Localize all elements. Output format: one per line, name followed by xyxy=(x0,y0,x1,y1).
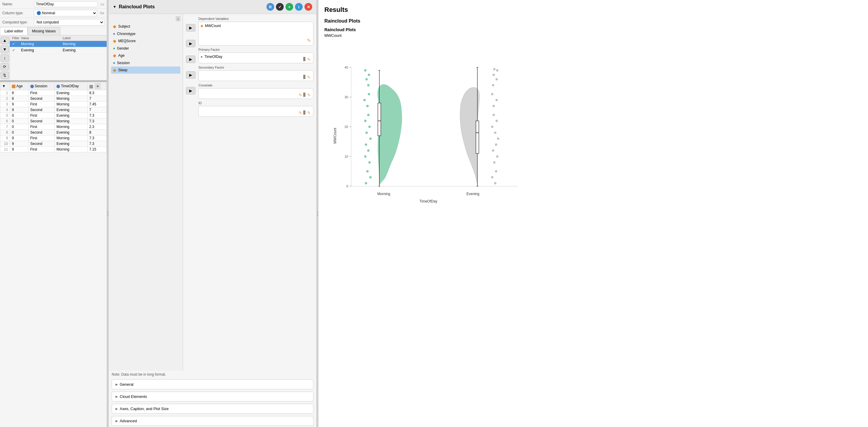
transfer-covariate-button[interactable]: ▶ xyxy=(186,71,195,79)
general-collapse-icon: ▶ xyxy=(116,383,118,386)
var-chronotype[interactable]: ● Chronotype xyxy=(111,31,180,37)
val-cell: 7.3 xyxy=(87,141,106,147)
timeofday-header[interactable]: TimeOfDay xyxy=(55,82,87,90)
table-row[interactable]: 4 9 Second Evening 7 xyxy=(0,107,106,113)
general-header[interactable]: ▶ General xyxy=(112,380,313,389)
id-pencil-icon-2: ✎ xyxy=(307,110,311,115)
covariate-box[interactable]: ✎ ▊ ✎ xyxy=(198,88,313,99)
id-box[interactable]: ✎ ▊ ✎ xyxy=(198,106,313,117)
raincloud-panel-header: ▼ Raincloud Plots R ✓ + i ✕ xyxy=(109,0,316,14)
label-row-morning[interactable]: ✓ Morning Morning xyxy=(10,41,106,47)
table-row[interactable]: 5 0 First Evening 7.3 xyxy=(0,113,106,119)
transfer-primary-button[interactable]: ▶ xyxy=(186,40,195,47)
dot-evening-13 xyxy=(495,170,497,172)
var-age[interactable]: ◆ Age xyxy=(111,52,180,59)
tab-missing-values[interactable]: Missing Values xyxy=(28,27,60,35)
covariate-controls: ✎ ▊ ✎ xyxy=(299,93,311,97)
dot-morning-11 xyxy=(364,155,367,158)
table-row[interactable]: 3 9 First Morning 7.45 xyxy=(0,102,106,107)
dependent-vars-box[interactable]: ◆ MWCount ✎ xyxy=(198,22,313,45)
session-header[interactable]: Session xyxy=(28,82,54,90)
label-row-evening[interactable]: ✓ Evening Evening xyxy=(10,47,106,54)
move-up-button[interactable]: ▲ xyxy=(1,36,9,44)
advanced-header[interactable]: ▶ Advanced xyxy=(112,416,313,426)
sort-vars-button[interactable]: ↕ xyxy=(176,16,181,21)
var-subject[interactable]: ◆ Subject xyxy=(111,23,180,30)
sort-data-button[interactable]: ⇅ xyxy=(1,72,9,79)
value-col-header: Value xyxy=(21,36,63,40)
tab-label-editor[interactable]: Label editor xyxy=(0,27,28,35)
advanced-label: Advanced xyxy=(120,419,137,423)
collapse-arrow-icon[interactable]: ▼ xyxy=(113,5,117,9)
dot-morning-1 xyxy=(367,114,370,116)
dependent-vars-label: Dependent Variables xyxy=(198,17,313,21)
table-row[interactable]: 2 8 Second Morning 7 xyxy=(0,96,106,102)
middle-panel: ▼ Raincloud Plots R ✓ + i ✕ ↕ ◆ Subject … xyxy=(109,0,317,427)
age-cell: 8 xyxy=(10,96,28,102)
mwcount-label: MWCount xyxy=(205,24,221,28)
age-header[interactable]: Age xyxy=(10,82,28,90)
primary-factor-box[interactable]: ● TimeOfDay ▊ ✎ xyxy=(198,53,313,63)
cloud-elements-header[interactable]: ▶ Cloud Elements xyxy=(112,392,313,401)
data-table-section: ▼ Age Session TimeOfDay xyxy=(0,80,106,427)
sort-az-button[interactable]: ↕ xyxy=(1,54,9,62)
id-pencil-icon: ✎ xyxy=(299,110,302,115)
info-button[interactable]: i xyxy=(295,3,303,11)
var-session-label: Session xyxy=(117,61,130,65)
table-row[interactable]: 1 8 First Evening 8.3 xyxy=(0,90,106,96)
table-row[interactable]: 10 9 Second Evening 7.3 xyxy=(0,141,106,147)
de-label: De xyxy=(100,11,104,15)
check-button[interactable]: ✓ xyxy=(276,3,284,11)
transfer-id-button[interactable]: ▶ xyxy=(186,87,195,94)
var-sleep[interactable]: ◆ Sleep xyxy=(111,67,180,74)
val-cell: 8.3 xyxy=(87,90,106,96)
left-panel: Name: Lo Column type: 🔵 Nominal De Compu… xyxy=(0,0,107,427)
computed-type-select[interactable]: Not computed xyxy=(34,19,104,26)
refresh-button[interactable]: ⟳ xyxy=(1,63,9,70)
add-column-button[interactable]: + xyxy=(95,83,101,89)
transfer-secondary-button[interactable]: ▶ xyxy=(186,56,195,63)
var-gender[interactable]: ● Gender xyxy=(111,45,180,52)
id-label: ID xyxy=(198,101,313,105)
column-type-label: Column type: xyxy=(2,11,32,15)
secondary-pencil-icon: ✎ xyxy=(307,75,311,79)
computed-type-label: Computed type: xyxy=(2,20,32,24)
chronotype-icon: ● xyxy=(113,31,115,36)
table-row[interactable]: 9 9 First Morning 7.3 xyxy=(0,135,106,141)
close-button[interactable]: ✕ xyxy=(305,3,312,11)
dot-morning-14 xyxy=(369,176,372,178)
transfer-dependent-button[interactable]: ▶ xyxy=(186,24,195,31)
extra-header[interactable]: + xyxy=(87,82,106,90)
name-input[interactable] xyxy=(34,1,98,7)
age-cell: 0 xyxy=(10,119,28,124)
table-row[interactable]: 11 9 First Morning 7.15 xyxy=(0,147,106,152)
table-row[interactable]: 8 0 Second Evening 8 xyxy=(0,130,106,135)
dot-evening-3 xyxy=(491,126,493,128)
dot-morning-10 xyxy=(367,150,370,152)
var-session[interactable]: ● Session xyxy=(111,60,180,66)
bar-chart-icon-2: ▊ xyxy=(303,75,306,79)
primary-factor-section: Primary Factor ● TimeOfDay ▊ ✎ xyxy=(198,48,313,63)
dot-morning-9 xyxy=(365,143,367,146)
row-number: 4 xyxy=(0,107,10,113)
dot-morning-19 xyxy=(364,69,367,72)
evening-boxplot-box xyxy=(476,121,479,154)
name-label: Name: xyxy=(2,2,32,6)
dot-morning-8 xyxy=(368,93,370,95)
r-button[interactable]: R xyxy=(267,3,274,11)
dot-evening-8 xyxy=(491,93,493,95)
table-row[interactable]: 7 0 First Morning 2.3 xyxy=(0,124,106,130)
age-cell: 8 xyxy=(10,90,28,96)
move-down-button[interactable]: ▼ xyxy=(1,45,9,53)
age-cell: 9 xyxy=(10,141,28,147)
dot-evening-12 xyxy=(493,161,495,164)
secondary-factor-box[interactable]: ▊ ✎ xyxy=(198,70,313,81)
value-evening: Evening xyxy=(21,48,63,52)
plus-button[interactable]: + xyxy=(285,3,293,11)
dot-morning-3 xyxy=(368,126,371,128)
axes-header[interactable]: ▶ Axes, Caption, and Plot Size xyxy=(112,404,313,413)
table-row[interactable]: 6 0 Second Morning 7.3 xyxy=(0,119,106,124)
var-meqscore[interactable]: ◆ MEQScore xyxy=(111,37,180,44)
dot-morning-6 xyxy=(366,105,369,107)
column-type-select[interactable]: 🔵 Nominal xyxy=(34,10,97,16)
